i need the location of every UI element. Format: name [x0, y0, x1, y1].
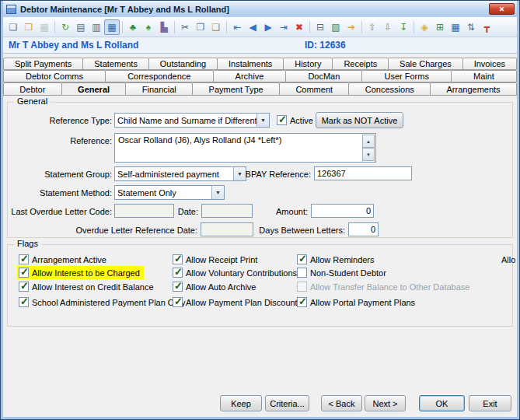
- flag-allow-voluntary-contributions[interactable]: Allow Voluntary Contributions: [173, 267, 297, 278]
- flag-allow-payment-plan-discount[interactable]: Allow Payment Plan Discount: [173, 296, 298, 308]
- palm-tree-icon[interactable]: ♠: [141, 19, 156, 35]
- ok-button[interactable]: OK: [419, 395, 465, 411]
- toolbar-separator: [309, 21, 310, 33]
- footer-button-bar: Keep Criteria... < Back Next > OK Exit: [3, 389, 517, 417]
- export-icon[interactable]: ⇧: [365, 19, 380, 35]
- tab-instalments[interactable]: Instalments: [217, 58, 284, 70]
- print-icon[interactable]: ▤: [73, 19, 89, 35]
- exit-button[interactable]: Exit: [469, 395, 511, 411]
- tab-comment[interactable]: Comment: [279, 82, 349, 96]
- pin-icon[interactable]: ┳: [479, 19, 494, 35]
- print-preview-icon[interactable]: ▥: [89, 19, 104, 35]
- toolbar-separator: [174, 21, 175, 33]
- chevron-down-icon[interactable]: [211, 186, 224, 199]
- flag-allow-auto-archive[interactable]: Allow Auto Archive: [173, 281, 257, 292]
- tab-history[interactable]: History: [283, 58, 333, 70]
- save-icon: ▦: [37, 19, 52, 35]
- flag-school-administered-payment-plan-only[interactable]: School Administered Payment Plan Only: [19, 296, 186, 308]
- reference-value: Oscar Rolland (J6), Alys Rolland (J4 *Le…: [118, 135, 281, 145]
- tab-sale-charges[interactable]: Sale Charges: [388, 58, 463, 70]
- spinner-up-icon[interactable]: [362, 135, 375, 148]
- remove-item-icon[interactable]: ⊟: [312, 19, 328, 35]
- flag-allow-receipt-print[interactable]: Allow Receipt Print: [173, 254, 257, 265]
- toolbar-separator: [54, 21, 55, 33]
- flag-allow-interest-on-credit-balance[interactable]: Allow Interest on Credit Balance: [19, 281, 154, 292]
- back-button[interactable]: < Back: [321, 395, 362, 411]
- keep-button[interactable]: Keep: [220, 395, 262, 411]
- flag-allow-reminders[interactable]: Allow Reminders: [297, 254, 375, 265]
- amount-field[interactable]: [311, 204, 374, 218]
- delete-icon[interactable]: ✖: [291, 19, 307, 35]
- flag-label: Allow Portal Payment Plans: [310, 298, 415, 307]
- tab-maint[interactable]: Maint: [451, 70, 517, 82]
- checkbox-icon: [173, 254, 183, 264]
- flag-label: Arrangement Active: [32, 255, 106, 264]
- tab-docman[interactable]: DocMan: [285, 70, 362, 82]
- tab-receipts[interactable]: Receipts: [332, 58, 389, 70]
- flag-non-student-debtor[interactable]: Non-Student Debtor: [297, 267, 386, 278]
- next-button[interactable]: Next >: [365, 395, 406, 411]
- cut-icon[interactable]: ✂: [177, 19, 193, 35]
- new-document-icon[interactable]: ❏: [5, 19, 21, 35]
- checkbox-icon: [297, 297, 307, 307]
- nav-next-icon[interactable]: ▶: [260, 19, 276, 35]
- flag-label: Allow Interest to be Charged: [32, 268, 140, 278]
- flag-allow-interest-to-be-charged[interactable]: Allow Interest to be Charged: [17, 266, 144, 279]
- tab-financial[interactable]: Financial: [125, 82, 193, 96]
- flag-allow-transfer-balance-to-other-database: Allow Transfer Balance to Other Database: [297, 281, 469, 292]
- nav-prev-icon[interactable]: ◀: [245, 19, 260, 35]
- tab-statements[interactable]: Statements: [82, 58, 149, 70]
- general-tab-panel: General Reference Type: Child Name and S…: [3, 95, 517, 389]
- tab-invoices[interactable]: Invoices: [462, 58, 517, 70]
- window-grid-icon[interactable]: ▦: [448, 19, 463, 35]
- tab-correspondence[interactable]: Correspondence: [105, 70, 213, 82]
- spinner-down-icon[interactable]: [362, 148, 375, 161]
- tab-user-forms[interactable]: User Forms: [361, 70, 452, 82]
- reference-textarea[interactable]: Oscar Rolland (J6), Alys Rolland (J4 *Le…: [114, 133, 376, 163]
- chevron-down-icon[interactable]: [257, 114, 269, 127]
- tag-icon[interactable]: ◈: [417, 19, 432, 35]
- download-icon[interactable]: ↧: [396, 19, 411, 35]
- close-icon[interactable]: [489, 3, 515, 15]
- statement-group-select[interactable]: Self-administered payment: [114, 166, 246, 181]
- nav-first-icon[interactable]: ⇤: [229, 19, 245, 35]
- nav-last-icon[interactable]: ⇥: [276, 19, 291, 35]
- paste-icon[interactable]: ❑: [208, 19, 224, 35]
- active-checkbox[interactable]: Active: [277, 114, 313, 126]
- target-icon[interactable]: ⊞: [432, 19, 448, 35]
- criteria-button[interactable]: Criteria...: [265, 395, 309, 411]
- tab-debtor[interactable]: Debtor: [3, 82, 62, 96]
- flag-arrangement-active[interactable]: Arrangement Active: [19, 254, 106, 265]
- sort-icon[interactable]: ⇅: [463, 19, 479, 35]
- tab-payment-type[interactable]: Payment Type: [192, 82, 280, 96]
- checkbox-icon: [19, 268, 29, 278]
- import-icon[interactable]: ⇩: [380, 19, 396, 35]
- checkbox-icon: [297, 268, 307, 278]
- forward-icon[interactable]: ➔: [344, 19, 359, 35]
- flag-allow-portal-payment-plans[interactable]: Allow Portal Payment Plans: [297, 296, 415, 308]
- days-between-letters-field[interactable]: [348, 222, 379, 236]
- tab-general[interactable]: General: [61, 82, 127, 96]
- criteria-label: Criteria...: [270, 399, 305, 408]
- ledger-icon[interactable]: ▧: [328, 19, 344, 35]
- open-folder-icon[interactable]: ❒: [21, 19, 37, 35]
- copy-icon[interactable]: ❐: [193, 19, 208, 35]
- tree-view-icon[interactable]: ♣: [125, 19, 141, 35]
- statement-group-value: Self-administered payment: [115, 170, 233, 179]
- refresh-icon[interactable]: ↻: [58, 19, 73, 35]
- debtor-id: ID: 12636: [305, 40, 346, 51]
- tab-outstanding[interactable]: Outstanding: [148, 58, 218, 70]
- tab-concessions[interactable]: Concessions: [348, 82, 431, 96]
- statement-method-select[interactable]: Statement Only: [114, 185, 225, 200]
- mark-not-active-button[interactable]: Mark as NOT Active: [316, 112, 403, 128]
- tab-debtor-comms[interactable]: Debtor Comms: [3, 70, 106, 82]
- reference-type-select[interactable]: Child Name and Surname if Different: [114, 113, 270, 128]
- reference-spinner[interactable]: [362, 135, 375, 161]
- flag-label: School Administered Payment Plan Only: [32, 298, 186, 307]
- bpay-reference-field[interactable]: [314, 166, 412, 180]
- tab-archive[interactable]: Archive: [213, 70, 287, 82]
- tab-split-payments[interactable]: Split Payments: [3, 58, 83, 70]
- data-grid-icon[interactable]: ▦: [104, 19, 120, 35]
- tab-arrangements[interactable]: Arrangements: [430, 82, 517, 96]
- chart-icon[interactable]: ▙: [156, 19, 172, 35]
